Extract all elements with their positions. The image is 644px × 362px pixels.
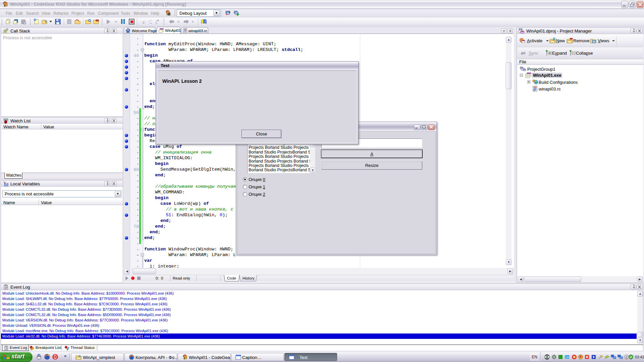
svg-text:?: ?: [204, 20, 206, 23]
svg-text:CC3: CC3: [566, 356, 570, 358]
svg-text:MV2: MV2: [38, 355, 41, 357]
